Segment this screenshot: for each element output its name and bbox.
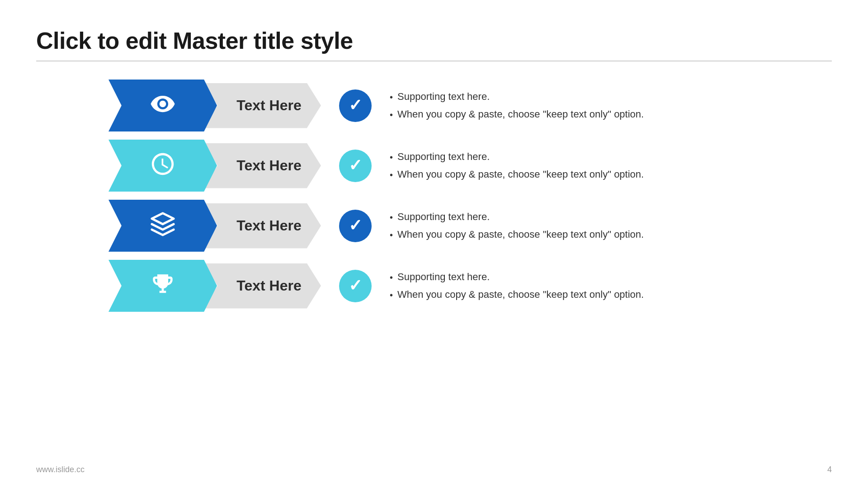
arrow-group-4: Text Here bbox=[108, 260, 321, 312]
arrow-label-2: Text Here bbox=[236, 157, 301, 174]
arrow-group-2: Text Here bbox=[108, 140, 321, 192]
footer: www.islide.cc 4 bbox=[36, 465, 832, 474]
row-3: Text Here ✓ • Supporting text here. • Wh… bbox=[108, 200, 832, 252]
arrow-group-1: Text Here bbox=[108, 80, 321, 131]
bullet-text-2-row-3: When you copy & paste, choose "keep text… bbox=[397, 228, 644, 242]
arrow-icon-3 bbox=[108, 200, 217, 252]
bullet-dot-1: • bbox=[390, 151, 393, 164]
bullet-item-1-row-1: • Supporting text here. bbox=[390, 90, 644, 104]
bullet-item-2-row-3: • When you copy & paste, choose "keep te… bbox=[390, 228, 644, 242]
check-mark-4: ✓ bbox=[349, 276, 362, 295]
title-section: Click to edit Master title style bbox=[36, 27, 832, 61]
check-circle-2: ✓ bbox=[339, 150, 372, 182]
arrow-group-3: Text Here bbox=[108, 200, 321, 252]
bullet-dot-2: • bbox=[390, 169, 393, 181]
row-1: Text Here ✓ • Supporting text here. • Wh… bbox=[108, 80, 832, 131]
bullet-dot-1: • bbox=[390, 271, 393, 284]
bullet-text-1: • Supporting text here. • When you copy … bbox=[390, 90, 644, 122]
slide-title: Click to edit Master title style bbox=[36, 27, 832, 54]
bullet-dot-1: • bbox=[390, 211, 393, 224]
arrow-text-3: Text Here bbox=[203, 203, 321, 249]
bullet-item-1-row-2: • Supporting text here. bbox=[390, 150, 644, 164]
arrow-label-1: Text Here bbox=[236, 97, 301, 114]
bullet-text-1-row-3: Supporting text here. bbox=[397, 210, 490, 224]
bullet-item-1-row-3: • Supporting text here. bbox=[390, 210, 644, 224]
check-mark-2: ✓ bbox=[349, 156, 362, 175]
bullet-item-2-row-1: • When you copy & paste, choose "keep te… bbox=[390, 108, 644, 122]
bullet-text-2-row-4: When you copy & paste, choose "keep text… bbox=[397, 288, 644, 302]
arrow-text-2: Text Here bbox=[203, 143, 321, 188]
bullet-text-4: • Supporting text here. • When you copy … bbox=[390, 270, 644, 302]
bullet-text-1-row-1: Supporting text here. bbox=[397, 90, 490, 104]
bullet-text-1-row-4: Supporting text here. bbox=[397, 270, 490, 284]
clock-icon bbox=[150, 151, 176, 181]
arrow-label-4: Text Here bbox=[236, 277, 301, 294]
bullet-dot-2: • bbox=[390, 108, 393, 121]
row-2: Text Here ✓ • Supporting text here. • Wh… bbox=[108, 140, 832, 192]
arrow-icon-1 bbox=[108, 80, 217, 131]
arrow-text-4: Text Here bbox=[203, 263, 321, 309]
arrow-icon-2 bbox=[108, 140, 217, 192]
arrow-label-3: Text Here bbox=[236, 217, 301, 234]
eye-icon bbox=[150, 91, 176, 121]
bullet-text-2-row-2: When you copy & paste, choose "keep text… bbox=[397, 168, 644, 182]
arrow-icon-4 bbox=[108, 260, 217, 312]
arrow-text-1: Text Here bbox=[203, 83, 321, 128]
footer-page: 4 bbox=[827, 465, 832, 474]
bullet-text-3: • Supporting text here. • When you copy … bbox=[390, 210, 644, 242]
bullet-text-2-row-1: When you copy & paste, choose "keep text… bbox=[397, 108, 644, 122]
trophy-icon bbox=[150, 271, 176, 301]
check-circle-1: ✓ bbox=[339, 89, 372, 122]
footer-url: www.islide.cc bbox=[36, 465, 85, 474]
bullet-dot-2: • bbox=[390, 229, 393, 241]
slide-container: Click to edit Master title style Text He… bbox=[0, 0, 868, 488]
bullet-item-2-row-2: • When you copy & paste, choose "keep te… bbox=[390, 168, 644, 182]
check-mark-3: ✓ bbox=[349, 216, 362, 235]
bullet-dot-1: • bbox=[390, 91, 393, 103]
bullet-text-1-row-2: Supporting text here. bbox=[397, 150, 490, 164]
bullet-dot-2: • bbox=[390, 289, 393, 301]
bullet-item-2-row-4: • When you copy & paste, choose "keep te… bbox=[390, 288, 644, 302]
bullet-text-2: • Supporting text here. • When you copy … bbox=[390, 150, 644, 182]
bullet-item-1-row-4: • Supporting text here. bbox=[390, 270, 644, 284]
cube-icon bbox=[150, 211, 176, 241]
rows-container: Text Here ✓ • Supporting text here. • Wh… bbox=[108, 80, 832, 312]
check-circle-4: ✓ bbox=[339, 270, 372, 302]
row-4: Text Here ✓ • Supporting text here. • Wh… bbox=[108, 260, 832, 312]
check-circle-3: ✓ bbox=[339, 210, 372, 242]
check-mark-1: ✓ bbox=[349, 96, 362, 115]
title-divider bbox=[36, 61, 832, 61]
